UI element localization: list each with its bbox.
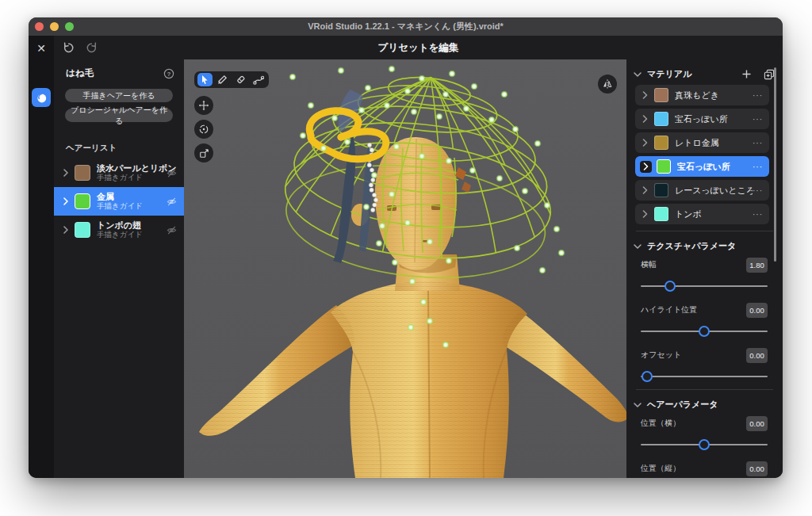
param-label: 位置（横） [641,418,680,429]
left-rail: ✕ [29,36,54,478]
zoom-fit-button[interactable] [194,143,213,162]
material-label: レトロ金属 [675,137,753,149]
material-menu-icon[interactable]: ··· [753,91,763,100]
editor-header: プリセットを編集 [54,36,783,59]
param-slider[interactable] [641,280,768,292]
param-value-field[interactable]: 0.00 [746,348,768,363]
material-label: 真珠もどき [675,90,753,101]
material-row-selected[interactable]: 宝石っぽい所 ··· [635,156,769,177]
material-row[interactable]: レトロ金属 ··· [635,132,769,153]
material-swatch [654,112,668,126]
chevron-right-icon[interactable] [643,162,649,170]
slider-track[interactable] [641,285,768,287]
mirror-symmetry-button[interactable] [598,75,617,94]
viewport-3d-render[interactable] [184,59,626,478]
param-value-field[interactable]: 0.00 [746,461,768,476]
material-menu-icon[interactable]: ··· [753,186,763,195]
material-menu-icon[interactable]: ··· [753,139,763,147]
param-label: 位置（縦） [641,463,680,474]
rotate-camera-button[interactable] [194,120,213,139]
help-icon[interactable]: ? [163,68,174,79]
hair-params-header[interactable]: ヘアーパラメータ [626,390,783,415]
param-value-field[interactable]: 0.00 [746,303,768,318]
param-slider[interactable] [641,438,768,451]
material-row[interactable]: トンボ ··· [635,204,769,224]
chevron-right-icon[interactable] [62,226,70,234]
properties-panel: マテリアル 真珠もどき ··· [626,59,783,478]
window-title: VRoid Studio 1.22.1 - マネキンくん (男性).vroid* [29,21,783,32]
visibility-off-icon[interactable] [166,196,178,208]
hair-tool-button[interactable] [32,88,51,107]
material-menu-icon[interactable]: ··· [753,210,763,219]
slider-thumb[interactable] [699,439,710,450]
chevron-down-icon [634,403,642,407]
texture-params-header[interactable]: テクスチャパラメータ [626,231,783,257]
param-label: オフセット [641,350,681,361]
add-material-icon[interactable] [741,69,752,79]
material-swatch [654,183,668,197]
hair-item-type: 手描きガイド [97,231,166,239]
chevron-right-icon[interactable] [642,115,648,123]
eraser-icon [236,75,246,85]
viewport-toolbar [194,71,269,88]
hair-color-swatch [75,222,90,238]
hair-item-name: トンボの翅 [97,220,166,231]
draw-tool-button[interactable] [215,73,230,86]
material-menu-icon[interactable]: ··· [753,115,763,124]
param-slider[interactable] [641,370,768,383]
visibility-off-icon[interactable] [166,167,178,179]
material-label: トンボ [675,208,753,220]
erase-tool-button[interactable] [233,73,248,86]
guide-curve-tool-button[interactable] [251,73,266,86]
close-editor-button[interactable]: ✕ [34,41,48,55]
create-handdrawn-hair-button[interactable]: 手描きヘアーを作る [65,89,173,102]
app-window: VRoid Studio 1.22.1 - マネキンくん (男性).vroid*… [29,17,783,478]
param-offset: オフセット 0.00 [626,347,783,383]
cursor-icon [200,75,209,85]
texture-params-title: テクスチャパラメータ [647,240,736,252]
hair-list-item[interactable]: 淡水パールとリボン 手描きガイド [54,159,184,187]
chevron-right-icon[interactable] [642,139,648,147]
rotate-icon [198,124,209,135]
viewport-3d[interactable] [184,59,626,478]
slider-track[interactable] [641,376,768,377]
chevron-right-icon[interactable] [642,91,648,99]
material-label: レースっぽいところ [675,185,753,197]
param-position-y: 位置（縦） 0.00 [626,461,783,478]
chevron-right-icon[interactable] [642,210,648,218]
select-tool-button[interactable] [197,73,213,86]
material-swatch [654,88,668,102]
hair-list-item[interactable]: トンボの翅 手描きガイド [54,216,184,244]
move-icon [198,100,209,111]
slider-thumb[interactable] [665,281,676,292]
move-camera-button[interactable] [194,96,213,115]
param-value-field[interactable]: 0.00 [746,416,768,431]
material-row[interactable]: 真珠もどき ··· [635,85,769,105]
scale-icon [199,148,209,159]
duplicate-material-icon[interactable] [764,69,775,80]
material-menu-icon[interactable]: ··· [753,162,763,171]
hair-list-title: ヘアーリスト [54,122,184,159]
visibility-off-icon[interactable] [166,224,178,236]
hair-color-swatch [75,193,90,209]
material-swatch [654,136,668,150]
chevron-right-icon[interactable] [62,169,70,177]
panel-scrollbar[interactable] [774,67,776,262]
pencil-icon [217,75,228,85]
param-slider[interactable] [641,325,768,338]
material-label: 宝石っぽい所 [675,113,753,125]
chevron-right-icon[interactable] [62,197,70,205]
param-value-field[interactable]: 1.80 [746,258,768,273]
param-highlight-position: ハイライト位置 0.00 [626,302,783,338]
material-swatch [654,207,668,221]
slider-thumb[interactable] [699,326,710,337]
material-row[interactable]: 宝石っぽい所 ··· [635,109,769,129]
materials-header[interactable]: マテリアル [626,59,783,85]
chevron-right-icon[interactable] [642,186,648,194]
create-procedural-hair-button[interactable]: プロシージャルヘアーを作る [65,109,173,122]
hair-item-name: 淡水パールとリボン [97,163,166,174]
slider-thumb[interactable] [642,371,653,382]
hair-item-type: 手描きガイド [97,174,166,182]
material-row[interactable]: レースっぽいところ ··· [635,180,769,201]
hair-list-item-selected[interactable]: 金属 手描きガイド [54,187,184,216]
